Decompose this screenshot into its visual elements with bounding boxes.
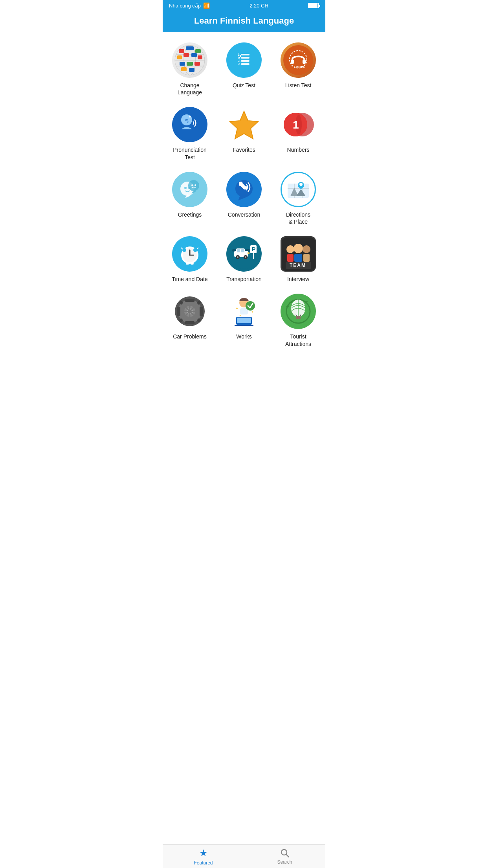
grid-item-directions-place[interactable]: Directions& Place xyxy=(271,166,325,230)
works-icon: ✦ ✦ ✦ xyxy=(226,294,262,329)
pronun-svg: æ Λ ε xyxy=(174,109,205,140)
svg-rect-10 xyxy=(191,53,197,57)
svg-text:Λ: Λ xyxy=(189,115,191,118)
svg-rect-15 xyxy=(181,67,187,71)
carrier-label: Nhà cung cấp xyxy=(169,3,201,9)
svg-point-52 xyxy=(194,184,196,186)
svg-point-27 xyxy=(283,45,313,75)
svg-rect-5 xyxy=(179,49,184,53)
grid-item-time-and-date[interactable]: Time and Date xyxy=(163,230,217,287)
svg-text:ε: ε xyxy=(187,121,189,123)
header-title: Learn Finnish Language xyxy=(194,16,294,26)
pronunciation-test-icon: æ Λ ε xyxy=(172,107,207,142)
svg-rect-93 xyxy=(303,254,310,262)
quiz-svg: ? A. B. C. D. xyxy=(232,48,256,72)
svg-rect-8 xyxy=(177,55,182,59)
status-left: Nhà cung cấp 📶 xyxy=(169,2,210,9)
svg-rect-22 xyxy=(241,63,250,65)
greetings-label: Greetings xyxy=(178,211,202,218)
svg-rect-30 xyxy=(303,59,306,64)
svg-rect-7 xyxy=(195,49,201,53)
conversation-label: Conversation xyxy=(228,211,261,218)
svg-point-82 xyxy=(245,256,246,258)
listen-svg: LISTEN xyxy=(283,44,314,76)
quiz-test-icon: ? A. B. C. D. xyxy=(226,42,262,78)
greet-svg xyxy=(174,174,205,205)
grid-item-greetings[interactable]: Greetings xyxy=(163,166,217,230)
svg-point-88 xyxy=(286,245,294,253)
svg-rect-115 xyxy=(237,318,251,323)
svg-text:C.: C. xyxy=(238,59,240,62)
listen-test-label: Listen Test xyxy=(285,82,312,89)
svg-rect-89 xyxy=(287,254,294,262)
svg-point-80 xyxy=(237,256,238,258)
favorites-label: Favorites xyxy=(233,146,255,153)
svg-point-51 xyxy=(191,184,193,186)
svg-rect-19 xyxy=(241,54,250,55)
convo-svg xyxy=(228,174,260,205)
grid-item-listen-test[interactable]: LISTEN Listen Test xyxy=(271,36,325,101)
quiz-test-label: Quiz Test xyxy=(233,82,255,89)
grid-item-car-problems[interactable]: Car Problems xyxy=(163,287,217,352)
svg-rect-101 xyxy=(185,321,194,324)
interview-icon: TEAM xyxy=(281,236,316,272)
svg-rect-13 xyxy=(187,62,193,66)
svg-rect-83 xyxy=(248,252,250,254)
svg-rect-20 xyxy=(241,57,250,59)
grid-item-favorites[interactable]: Favorites xyxy=(217,101,271,165)
grid-item-numbers[interactable]: 1 Numbers xyxy=(271,101,325,165)
svg-text:B.: B. xyxy=(238,56,240,59)
grid-item-conversation[interactable]: Conversation xyxy=(217,166,271,230)
grid-item-quiz-test[interactable]: ? A. B. C. D. Quiz Test xyxy=(217,36,271,101)
time-label: 2:20 CH xyxy=(250,3,268,9)
svg-point-92 xyxy=(303,245,310,253)
pronunciation-test-label: PronunciationTest xyxy=(173,146,207,160)
svg-text:P: P xyxy=(252,246,255,252)
globe-svg xyxy=(174,44,205,76)
svg-rect-78 xyxy=(241,249,244,252)
transport-svg: P xyxy=(228,238,260,270)
svg-rect-98 xyxy=(177,307,180,316)
svg-text:✦: ✦ xyxy=(235,306,238,311)
svg-text:1: 1 xyxy=(293,119,299,131)
car-svg xyxy=(173,295,207,328)
change-language-label: ChangeLanguage xyxy=(178,82,202,96)
fav-svg xyxy=(227,108,261,142)
svg-text:✦: ✦ xyxy=(239,314,241,317)
tourist-attractions-label: TouristAttractions xyxy=(285,333,311,347)
svg-rect-116 xyxy=(235,325,253,326)
svg-point-60 xyxy=(299,183,303,186)
time-and-date-icon xyxy=(172,236,207,272)
svg-point-49 xyxy=(188,180,199,191)
svg-point-32 xyxy=(175,110,205,140)
svg-rect-14 xyxy=(194,62,200,66)
svg-rect-29 xyxy=(291,59,294,64)
svg-point-117 xyxy=(246,301,255,311)
svg-rect-72 xyxy=(191,263,194,265)
directions-svg xyxy=(284,176,312,203)
listen-test-icon: LISTEN xyxy=(281,42,316,78)
grid-item-works[interactable]: ✦ ✦ ✦ Works xyxy=(217,287,271,352)
works-label: Works xyxy=(236,333,251,340)
interview-label: Interview xyxy=(287,276,309,283)
grid-item-change-language[interactable]: ChangeLanguage xyxy=(163,36,217,101)
svg-rect-6 xyxy=(186,46,194,50)
svg-rect-99 xyxy=(200,307,203,316)
grid-item-pronunciation-test[interactable]: æ Λ ε PronunciationTest xyxy=(163,101,217,165)
numbers-icon: 1 xyxy=(281,107,316,142)
svg-rect-16 xyxy=(189,68,194,72)
tourist-svg xyxy=(282,295,315,328)
grid-item-transportation[interactable]: P Transportation xyxy=(217,230,271,287)
transportation-icon: P xyxy=(226,236,262,272)
svg-rect-91 xyxy=(294,254,302,262)
svg-rect-86 xyxy=(253,253,254,259)
main-grid: ChangeLanguage ? A. B. C. D. Quiz Test xyxy=(163,32,325,356)
grid-item-interview[interactable]: TEAM Interview xyxy=(271,230,325,287)
svg-rect-124 xyxy=(296,316,301,319)
svg-rect-12 xyxy=(180,62,185,66)
grid-item-tourist-attractions[interactable]: TouristAttractions xyxy=(271,287,325,352)
svg-point-90 xyxy=(294,244,303,253)
conversation-icon xyxy=(226,172,262,207)
svg-rect-11 xyxy=(198,55,202,59)
svg-text:D.: D. xyxy=(238,63,240,65)
